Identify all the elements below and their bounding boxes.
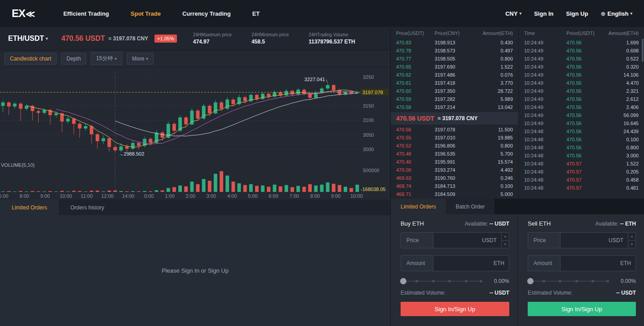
bid-row[interactable]: 470.563197.07811.500: [391, 126, 518, 134]
slider-dot: [606, 280, 609, 283]
trade-row[interactable]: 10:24:49470.5616.645: [519, 119, 644, 127]
trade-row[interactable]: 10:24:49470.562.321: [519, 87, 644, 95]
increment-icon[interactable]: ▲: [502, 233, 509, 241]
bid-row[interactable]: 470.003193.2744.492: [391, 166, 518, 174]
orders-tab-limited-orders[interactable]: Limited Orders: [0, 200, 59, 215]
bid-amount: 5.000: [478, 191, 513, 197]
bid-row[interactable]: 469.633190.7600.246: [391, 174, 518, 182]
sell-amount-slider[interactable]: [528, 278, 609, 284]
chart-tab-more[interactable]: More▾: [127, 53, 154, 65]
ask-price-cny: 3198.505: [435, 56, 478, 61]
trade-tab-batch-order[interactable]: Batch Order: [446, 199, 495, 214]
ask-row[interactable]: 470.653197.6901.522: [391, 63, 518, 71]
ask-row[interactable]: 470.833198.9130.430: [391, 39, 518, 47]
ask-row[interactable]: 470.623197.4860.076: [391, 71, 518, 79]
scrollbar-thumb[interactable]: [642, 39, 644, 62]
buy-price-label: Price: [401, 233, 433, 248]
currency-selector[interactable]: CNY ▾: [505, 10, 521, 17]
bid-row[interactable]: 470.553197.01019.885: [391, 134, 518, 142]
stat-value: 458.5: [251, 39, 289, 45]
sell-price-input[interactable]: [560, 233, 609, 248]
trade-amount: 14.106: [604, 72, 639, 78]
trade-row[interactable]: 10:24:49470.560.698: [519, 47, 644, 55]
trade-row[interactable]: 10:24:49470.5614.106: [519, 71, 644, 79]
trade-time: 10:24:49: [524, 48, 566, 53]
ask-row[interactable]: 470.593197.2825.989: [391, 95, 518, 103]
trade-row[interactable]: 10:24:48470.571.522: [519, 160, 644, 168]
bid-amount: 15.574: [478, 159, 513, 165]
nav-item-efficient-trading[interactable]: Efficient Trading: [63, 10, 109, 17]
trade-row[interactable]: 10:24:48470.570.205: [519, 168, 644, 176]
trade-forms: Buy ETH Available: -- USDT Price USDT: [391, 214, 644, 326]
trade-row[interactable]: 10:24:48470.560.800: [519, 143, 644, 152]
trade-row[interactable]: 10:24:49470.560.522: [519, 55, 644, 63]
ask-amount: 0.800: [478, 56, 513, 61]
last-price-cny: ≈ 3197.078 CNY: [108, 35, 148, 42]
trade-row[interactable]: 10:24:48470.560.100: [519, 135, 644, 143]
chart-tab-depth[interactable]: Depth: [61, 53, 86, 65]
buy-price-input[interactable]: [433, 233, 482, 248]
bid-row[interactable]: 470.403195.99115.574: [391, 158, 518, 166]
buy-amount-slider[interactable]: [401, 278, 482, 284]
trade-row[interactable]: 10:24:48470.563.000: [519, 152, 644, 160]
logo[interactable]: EX ≪: [12, 7, 35, 20]
decrement-icon[interactable]: ▼: [628, 241, 635, 248]
decrement-icon[interactable]: ▼: [502, 241, 509, 248]
orders-empty-state: Please Sign In or Sign Up: [0, 215, 390, 326]
bid-row[interactable]: 468.713184.5095.000: [391, 190, 518, 198]
trade-row[interactable]: 10:24:49470.562.612: [519, 95, 644, 103]
ask-price-cny: 3197.282: [435, 96, 478, 102]
trade-row[interactable]: 10:24:48470.5624.439: [519, 127, 644, 135]
ask-row[interactable]: 470.783198.5730.497: [391, 47, 518, 55]
chart-tab-15[interactable]: 15分钟▾: [91, 52, 122, 65]
pair-header: ETH/USDT ▾ 470.56 USDT ≈ 3197.078 CNY +1…: [0, 27, 390, 50]
svg-text:3150: 3150: [363, 103, 374, 109]
trade-time: 10:24:48: [524, 177, 566, 183]
ask-price: 470.61: [396, 80, 435, 86]
trade-row[interactable]: 10:24:49470.562.406: [519, 103, 644, 111]
trade-row[interactable]: 10:24:49470.560.320: [519, 63, 644, 71]
trade-amount: 2.406: [604, 104, 639, 110]
orders-tab-orders-history[interactable]: Orders history: [59, 200, 116, 215]
trade-time: 10:24:49: [524, 104, 566, 110]
trade-row[interactable]: 10:24:48470.570.481: [519, 184, 644, 192]
nav-item-spot-trade[interactable]: Spot Trade: [131, 10, 161, 17]
pair-selector[interactable]: ETH/USDT ▾: [8, 35, 48, 43]
buy-amount-input[interactable]: [433, 256, 494, 271]
svg-text:3000: 3000: [363, 147, 374, 152]
sign-up-link[interactable]: Sign Up: [566, 10, 588, 17]
sign-in-link[interactable]: Sign In: [534, 10, 553, 17]
logo-chevron-icon: ≪: [26, 9, 35, 19]
slider-dot: [415, 280, 418, 283]
bid-price-cny: 3197.078: [435, 127, 478, 132]
trade-row[interactable]: 10:24:49470.561.699: [519, 39, 644, 47]
slider-thumb[interactable]: [400, 278, 406, 284]
chart-tab-candlestick-chart[interactable]: Candlestick chart: [4, 53, 57, 65]
language-selector[interactable]: ⊕ English ▾: [601, 10, 632, 17]
buy-price-unit: USDT: [482, 233, 501, 248]
ask-row[interactable]: 470.613197.4183.770: [391, 79, 518, 87]
nav-item-currency-trading[interactable]: Currency Trading: [182, 10, 231, 17]
buy-signin-button[interactable]: Sign In/Sign Up: [401, 302, 509, 316]
bid-row[interactable]: 470.483196.5355.700: [391, 150, 518, 158]
svg-text:6:00: 6:00: [269, 193, 278, 199]
ask-price: 470.78: [396, 48, 435, 53]
trade-time: 10:24:49: [524, 96, 566, 102]
ask-row[interactable]: 470.773198.5050.800: [391, 55, 518, 63]
trade-tab-limited-orders[interactable]: Limited Orders: [391, 199, 446, 214]
ask-row[interactable]: 470.603197.35028.722: [391, 87, 518, 95]
candlestick-chart[interactable]: 3197.078325031503100305030003227.041→298…: [0, 67, 390, 200]
nav-item-et[interactable]: ET: [252, 10, 260, 17]
bid-row[interactable]: 470.523196.8060.800: [391, 142, 518, 150]
ask-row[interactable]: 470.583197.21413.042: [391, 103, 518, 111]
trade-row[interactable]: 10:24:48470.570.458: [519, 176, 644, 184]
trade-row[interactable]: 10:24:49470.5656.099: [519, 111, 644, 119]
bid-row[interactable]: 468.743184.7130.100: [391, 182, 518, 190]
bid-price-cny: 3193.274: [435, 167, 478, 173]
sell-signin-button[interactable]: Sign In/Sign Up: [528, 302, 636, 316]
bid-amount: 0.246: [478, 175, 513, 181]
sell-amount-input[interactable]: [560, 256, 620, 271]
increment-icon[interactable]: ▲: [628, 233, 635, 241]
trade-row[interactable]: 10:24:49470.564.470: [519, 79, 644, 87]
slider-thumb[interactable]: [527, 278, 534, 284]
